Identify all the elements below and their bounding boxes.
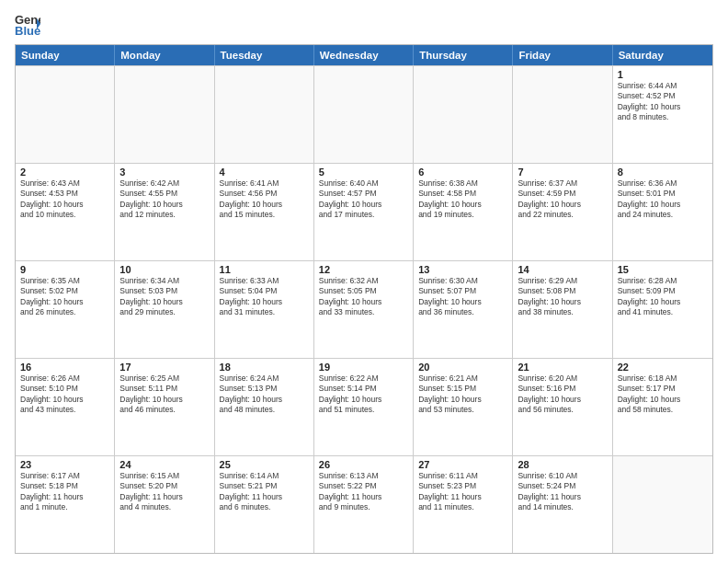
- day-info: Sunrise: 6:33 AM Sunset: 5:04 PM Dayligh…: [220, 276, 309, 318]
- day-info: Sunrise: 6:44 AM Sunset: 4:52 PM Dayligh…: [618, 81, 708, 123]
- day-info: Sunrise: 6:24 AM Sunset: 5:13 PM Dayligh…: [220, 373, 309, 416]
- calendar-cell: [115, 66, 214, 163]
- day-number: 27: [418, 459, 507, 470]
- day-number: 15: [618, 264, 708, 275]
- calendar-cell: 12Sunrise: 6:32 AM Sunset: 5:05 PM Dayli…: [314, 261, 414, 358]
- calendar-cell: [613, 456, 712, 553]
- day-number: 5: [319, 167, 408, 178]
- calendar-cell: 24Sunrise: 6:15 AM Sunset: 5:20 PM Dayli…: [115, 456, 214, 553]
- logo-icon: General Blue: [15, 11, 40, 37]
- day-info: Sunrise: 6:42 AM Sunset: 4:55 PM Dayligh…: [119, 178, 209, 221]
- calendar-row: 23Sunrise: 6:17 AM Sunset: 5:18 PM Dayli…: [16, 455, 712, 553]
- day-info: Sunrise: 6:34 AM Sunset: 5:03 PM Dayligh…: [119, 276, 209, 318]
- day-info: Sunrise: 6:30 AM Sunset: 5:07 PM Dayligh…: [418, 276, 507, 318]
- calendar-cell: 21Sunrise: 6:20 AM Sunset: 5:16 PM Dayli…: [513, 359, 612, 455]
- day-info: Sunrise: 6:35 AM Sunset: 5:02 PM Dayligh…: [20, 276, 109, 318]
- day-info: Sunrise: 6:13 AM Sunset: 5:22 PM Dayligh…: [319, 471, 408, 513]
- day-number: 12: [319, 264, 408, 275]
- day-info: Sunrise: 6:22 AM Sunset: 5:14 PM Dayligh…: [319, 373, 408, 416]
- day-info: Sunrise: 6:15 AM Sunset: 5:20 PM Dayligh…: [119, 471, 209, 513]
- day-number: 11: [220, 264, 309, 275]
- calendar-cell: 25Sunrise: 6:14 AM Sunset: 5:21 PM Dayli…: [215, 456, 314, 553]
- weekday-header: Sunday: [16, 45, 115, 65]
- day-number: 1: [618, 69, 708, 80]
- day-info: Sunrise: 6:10 AM Sunset: 5:24 PM Dayligh…: [518, 471, 607, 513]
- day-info: Sunrise: 6:38 AM Sunset: 4:58 PM Dayligh…: [418, 178, 507, 221]
- calendar-row: 9Sunrise: 6:35 AM Sunset: 5:02 PM Daylig…: [16, 260, 712, 358]
- calendar-cell: [414, 66, 513, 163]
- day-number: 17: [119, 362, 209, 373]
- calendar-cell: 7Sunrise: 6:37 AM Sunset: 4:59 PM Daylig…: [513, 164, 612, 260]
- calendar-cell: [215, 66, 314, 163]
- day-info: Sunrise: 6:41 AM Sunset: 4:56 PM Dayligh…: [220, 178, 309, 221]
- calendar-cell: 26Sunrise: 6:13 AM Sunset: 5:22 PM Dayli…: [314, 456, 414, 553]
- calendar-cell: 10Sunrise: 6:34 AM Sunset: 5:03 PM Dayli…: [115, 261, 214, 358]
- day-number: 25: [220, 459, 309, 470]
- calendar-cell: 15Sunrise: 6:28 AM Sunset: 5:09 PM Dayli…: [613, 261, 712, 358]
- calendar-cell: 23Sunrise: 6:17 AM Sunset: 5:18 PM Dayli…: [16, 456, 115, 553]
- calendar-cell: 20Sunrise: 6:21 AM Sunset: 5:15 PM Dayli…: [414, 359, 513, 455]
- calendar-body: 1Sunrise: 6:44 AM Sunset: 4:52 PM Daylig…: [16, 65, 712, 553]
- day-info: Sunrise: 6:32 AM Sunset: 5:05 PM Dayligh…: [319, 276, 408, 318]
- calendar-cell: [513, 66, 612, 163]
- calendar-cell: 28Sunrise: 6:10 AM Sunset: 5:24 PM Dayli…: [513, 456, 612, 553]
- calendar-cell: 8Sunrise: 6:36 AM Sunset: 5:01 PM Daylig…: [613, 164, 712, 260]
- calendar-cell: 19Sunrise: 6:22 AM Sunset: 5:14 PM Dayli…: [314, 359, 414, 455]
- svg-text:Blue: Blue: [15, 24, 40, 37]
- calendar-header: SundayMondayTuesdayWednesdayThursdayFrid…: [16, 45, 712, 65]
- calendar-cell: 3Sunrise: 6:42 AM Sunset: 4:55 PM Daylig…: [115, 164, 214, 260]
- day-number: 28: [518, 459, 607, 470]
- weekday-header: Thursday: [414, 45, 513, 65]
- weekday-header: Wednesday: [314, 45, 414, 65]
- calendar-cell: 5Sunrise: 6:40 AM Sunset: 4:57 PM Daylig…: [314, 164, 414, 260]
- day-info: Sunrise: 6:36 AM Sunset: 5:01 PM Dayligh…: [618, 178, 708, 221]
- calendar: SundayMondayTuesdayWednesdayThursdayFrid…: [15, 44, 713, 554]
- calendar-cell: 27Sunrise: 6:11 AM Sunset: 5:23 PM Dayli…: [414, 456, 513, 553]
- page: General Blue SundayMondayTuesdayWednesda…: [0, 0, 728, 563]
- calendar-row: 1Sunrise: 6:44 AM Sunset: 4:52 PM Daylig…: [16, 65, 712, 163]
- day-info: Sunrise: 6:37 AM Sunset: 4:59 PM Dayligh…: [518, 178, 607, 221]
- day-number: 20: [418, 362, 507, 373]
- day-info: Sunrise: 6:43 AM Sunset: 4:53 PM Dayligh…: [20, 178, 109, 221]
- day-number: 4: [220, 167, 309, 178]
- day-number: 18: [220, 362, 309, 373]
- day-info: Sunrise: 6:21 AM Sunset: 5:15 PM Dayligh…: [418, 373, 507, 416]
- weekday-header: Tuesday: [215, 45, 314, 65]
- day-info: Sunrise: 6:14 AM Sunset: 5:21 PM Dayligh…: [220, 471, 309, 513]
- day-number: 26: [319, 459, 408, 470]
- day-number: 13: [418, 264, 507, 275]
- calendar-cell: 16Sunrise: 6:26 AM Sunset: 5:10 PM Dayli…: [16, 359, 115, 455]
- header: General Blue: [15, 11, 713, 37]
- day-info: Sunrise: 6:25 AM Sunset: 5:11 PM Dayligh…: [119, 373, 209, 416]
- calendar-cell: 6Sunrise: 6:38 AM Sunset: 4:58 PM Daylig…: [414, 164, 513, 260]
- day-number: 6: [418, 167, 507, 178]
- day-number: 2: [20, 167, 109, 178]
- calendar-cell: 18Sunrise: 6:24 AM Sunset: 5:13 PM Dayli…: [215, 359, 314, 455]
- day-info: Sunrise: 6:28 AM Sunset: 5:09 PM Dayligh…: [618, 276, 708, 318]
- day-number: 14: [518, 264, 607, 275]
- calendar-cell: 13Sunrise: 6:30 AM Sunset: 5:07 PM Dayli…: [414, 261, 513, 358]
- day-number: 3: [119, 167, 209, 178]
- day-number: 10: [119, 264, 209, 275]
- weekday-header: Saturday: [613, 45, 712, 65]
- calendar-cell: 4Sunrise: 6:41 AM Sunset: 4:56 PM Daylig…: [215, 164, 314, 260]
- calendar-cell: 9Sunrise: 6:35 AM Sunset: 5:02 PM Daylig…: [16, 261, 115, 358]
- calendar-row: 2Sunrise: 6:43 AM Sunset: 4:53 PM Daylig…: [16, 163, 712, 260]
- day-info: Sunrise: 6:40 AM Sunset: 4:57 PM Dayligh…: [319, 178, 408, 221]
- day-number: 8: [618, 167, 708, 178]
- day-info: Sunrise: 6:11 AM Sunset: 5:23 PM Dayligh…: [418, 471, 507, 513]
- day-number: 7: [518, 167, 607, 178]
- calendar-cell: 2Sunrise: 6:43 AM Sunset: 4:53 PM Daylig…: [16, 164, 115, 260]
- calendar-cell: 1Sunrise: 6:44 AM Sunset: 4:52 PM Daylig…: [613, 66, 712, 163]
- day-info: Sunrise: 6:20 AM Sunset: 5:16 PM Dayligh…: [518, 373, 607, 416]
- day-info: Sunrise: 6:29 AM Sunset: 5:08 PM Dayligh…: [518, 276, 607, 318]
- day-info: Sunrise: 6:26 AM Sunset: 5:10 PM Dayligh…: [20, 373, 109, 416]
- day-info: Sunrise: 6:18 AM Sunset: 5:17 PM Dayligh…: [618, 373, 708, 416]
- calendar-cell: [314, 66, 414, 163]
- day-number: 23: [20, 459, 109, 470]
- day-number: 16: [20, 362, 109, 373]
- calendar-cell: 17Sunrise: 6:25 AM Sunset: 5:11 PM Dayli…: [115, 359, 214, 455]
- day-number: 19: [319, 362, 408, 373]
- day-number: 22: [618, 362, 708, 373]
- day-number: 24: [119, 459, 209, 470]
